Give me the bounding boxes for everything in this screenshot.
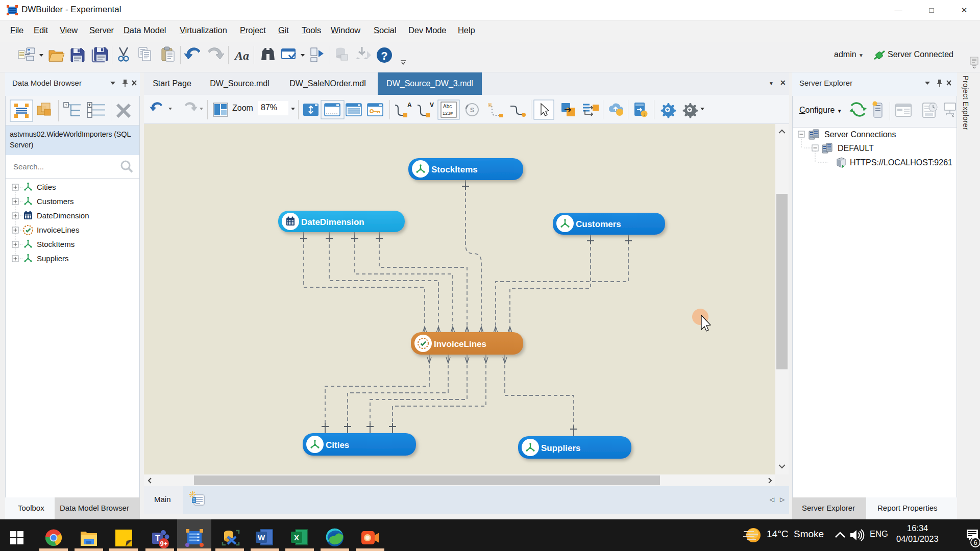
svg-text:W: W [258,533,265,542]
svg-text:Customers: Customers [37,197,74,206]
svg-text:↓: ↓ [643,112,646,117]
svg-text:DEFAULT: DEFAULT [838,144,874,153]
svg-text:6: 6 [973,539,977,546]
svg-text:Cities: Cities [326,440,349,450]
svg-text:?: ? [381,49,387,62]
svg-text:InvoiceLines: InvoiceLines [434,339,486,349]
svg-text:StockItems: StockItems [431,165,478,174]
svg-text:V: V [430,102,434,109]
svg-text:DateDimension: DateDimension [37,211,89,220]
svg-text:Abc: Abc [443,104,452,109]
svg-text:HTTPS://LOCALHOST:9261: HTTPS://LOCALHOST:9261 [850,158,952,167]
svg-text:Server Connections: Server Connections [824,130,896,139]
svg-text:DateDimension: DateDimension [301,217,364,227]
svg-text:InvoiceLines: InvoiceLines [37,226,79,234]
svg-text:A: A [407,102,412,109]
svg-text:Suppliers: Suppliers [37,254,69,263]
svg-text:Aa: Aa [234,49,249,62]
svg-text:X: X [294,533,299,542]
svg-text:S: S [470,106,475,114]
svg-text:Cities: Cities [37,183,56,191]
svg-text:123#: 123# [443,111,453,116]
svg-text:Suppliers: Suppliers [541,443,580,453]
svg-text:StockItems: StockItems [37,240,75,248]
svg-text:Customers: Customers [576,219,621,229]
svg-text:9+: 9+ [160,540,168,547]
